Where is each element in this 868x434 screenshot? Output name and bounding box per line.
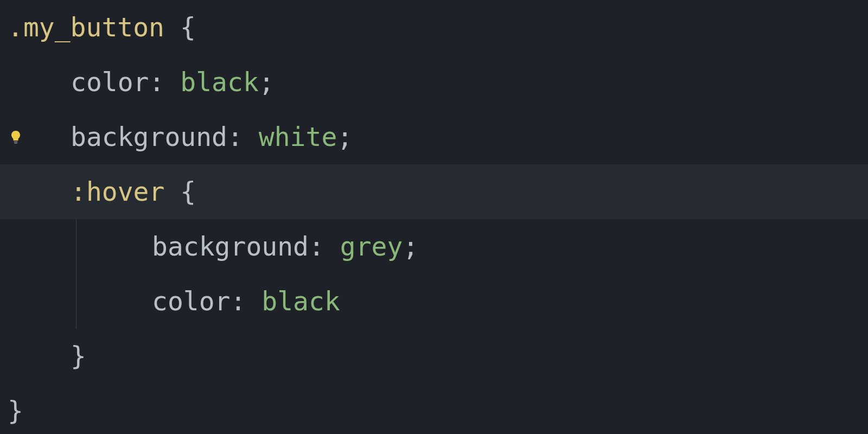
brace-open-token: {: [164, 0, 196, 55]
indent-guide: [76, 219, 76, 274]
code-line[interactable]: color: black;: [0, 55, 868, 110]
semicolon-token: ;: [259, 55, 275, 110]
code-line[interactable]: .my_button {: [0, 0, 868, 55]
css-property-token: color: [71, 55, 149, 110]
svg-rect-1: [14, 143, 17, 144]
colon-token: :: [309, 219, 340, 274]
colon-token: :: [149, 55, 181, 110]
code-line[interactable]: color: black: [0, 274, 868, 329]
indent-guide: [76, 274, 76, 329]
css-value-token: black: [261, 274, 340, 329]
code-line-active[interactable]: :hover {: [0, 164, 868, 219]
css-pseudo-token: :hover: [71, 164, 164, 219]
semicolon-token: ;: [337, 110, 353, 164]
colon-token: :: [231, 274, 262, 329]
svg-rect-0: [14, 141, 18, 142]
css-property-token: color: [152, 274, 231, 329]
css-value-token: black: [180, 55, 259, 110]
brace-close-token: }: [71, 329, 86, 384]
code-line[interactable]: background: grey;: [0, 219, 868, 274]
code-line[interactable]: background: white;: [0, 110, 868, 164]
brace-close-token: }: [8, 384, 23, 434]
code-line[interactable]: }: [0, 384, 868, 434]
brace-open-token: {: [164, 164, 196, 219]
code-editor[interactable]: .my_button { color: black; background: w…: [0, 0, 868, 434]
css-selector-token: .my_button: [8, 0, 164, 55]
lightbulb-icon[interactable]: [10, 130, 22, 145]
semicolon-token: ;: [403, 219, 418, 274]
css-value-token: white: [259, 110, 337, 164]
code-line[interactable]: }: [0, 329, 868, 384]
css-property-token: background: [71, 110, 227, 164]
colon-token: :: [227, 110, 259, 164]
css-property-token: background: [152, 219, 309, 274]
css-value-token: grey: [340, 219, 403, 274]
